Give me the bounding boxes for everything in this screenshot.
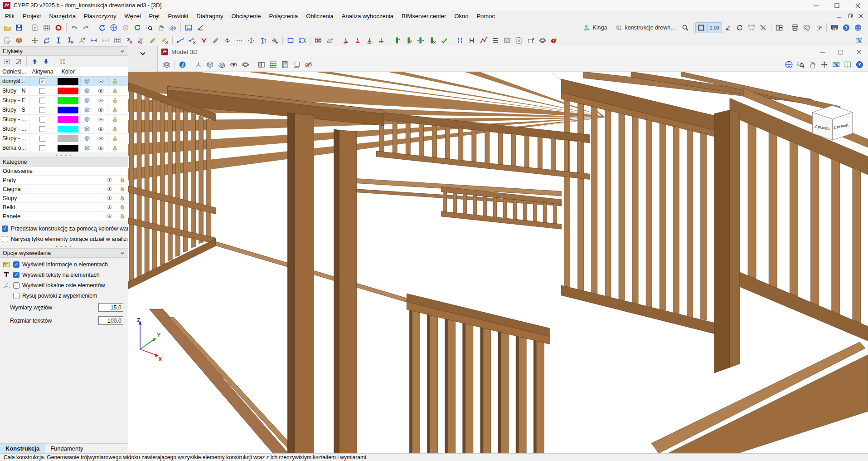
align-section-button[interactable] (257, 35, 269, 46)
delete-node-button[interactable] (123, 35, 135, 46)
view-direction-button[interactable] (228, 59, 239, 70)
visibility-eye-icon[interactable] (106, 204, 113, 211)
label-active-checkbox[interactable] (39, 126, 45, 132)
visibility-eye-icon[interactable] (106, 213, 113, 220)
full-view-button[interactable] (695, 22, 707, 33)
category-row[interactable]: Cięgna (0, 185, 128, 194)
new-panel-button[interactable] (285, 35, 296, 46)
open-project-button[interactable] (1, 22, 13, 33)
reference-book-button[interactable] (842, 59, 853, 70)
menu-item-bimserver.center[interactable]: BIMserver.center (398, 12, 450, 20)
label-color-swatch[interactable] (58, 78, 78, 85)
menu-item-pola-czenia[interactable]: Połączenia (265, 12, 302, 20)
label-color-swatch[interactable] (58, 145, 78, 152)
redo-button[interactable] (80, 22, 92, 33)
element-information-button[interactable]: i (176, 59, 188, 70)
tab-konstrukcja[interactable]: Konstrukcja (0, 444, 45, 453)
3d-viewport[interactable]: ZYXZ przoduZ prawej (128, 72, 868, 453)
auxiliary-line-button[interactable] (233, 35, 245, 46)
display-option-checkbox[interactable] (13, 282, 19, 289)
lock-icon[interactable] (112, 117, 118, 123)
lock-icon[interactable] (119, 186, 125, 192)
lock-icon[interactable] (112, 98, 118, 103)
cut-bar-button[interactable] (135, 35, 147, 46)
visibility-eye-icon[interactable] (106, 195, 113, 201)
draw-option-checkbox[interactable]: ✓ (2, 226, 8, 232)
cube-3d-icon[interactable] (84, 135, 90, 142)
child-close-icon[interactable] (856, 12, 866, 20)
plot-button[interactable] (801, 22, 813, 33)
adjust-bar-button[interactable] (245, 35, 257, 46)
delete-tie-button[interactable] (427, 35, 438, 46)
splitter-handle[interactable]: ● ● ● ● (0, 153, 128, 157)
support-pinned-button[interactable] (340, 35, 352, 46)
lock-icon[interactable] (119, 213, 125, 219)
project-chip[interactable]: konstrukcje drewn... (615, 24, 675, 31)
group-layers-button[interactable] (454, 35, 466, 46)
display-options-header[interactable]: Opcje wyświetlania (0, 248, 128, 258)
visibility-eye-icon[interactable] (97, 145, 104, 152)
label-row[interactable]: Słupy - S (0, 105, 128, 115)
label-color-swatch[interactable] (58, 126, 78, 132)
reference-dimension-button[interactable] (100, 35, 112, 46)
visibility-eye-icon[interactable] (97, 135, 104, 142)
display-option-checkbox[interactable]: ✓ (13, 272, 19, 278)
cube-3d-icon[interactable] (84, 116, 90, 123)
visibility-eye-icon[interactable] (97, 78, 104, 85)
check-elements-button[interactable] (438, 35, 450, 46)
import-dxf-button[interactable] (29, 22, 41, 33)
label-active-checkbox[interactable]: ✓ (39, 78, 45, 84)
layer-visibility-button[interactable] (160, 59, 172, 70)
delete-bar-button[interactable] (186, 35, 198, 46)
bar-section-button[interactable] (53, 35, 64, 46)
menu-item-pre-t[interactable]: Pręt (145, 12, 164, 20)
lock-icon[interactable] (112, 78, 118, 84)
menu-item-obcia-z-enie[interactable]: Obciążenie (228, 12, 265, 20)
lock-icon[interactable] (112, 88, 118, 94)
draw-bar-button[interactable] (147, 35, 159, 46)
lock-icon[interactable] (112, 145, 118, 151)
report-list-button[interactable] (513, 35, 525, 46)
hatch-areas-button[interactable] (501, 35, 513, 46)
support-fixed-button[interactable] (375, 35, 387, 46)
local-axes-view-button[interactable] (192, 59, 204, 70)
local-axes-button[interactable] (76, 35, 88, 46)
label-active-checkbox[interactable] (39, 145, 45, 151)
display-option-checkbox[interactable] (13, 293, 19, 299)
tab-fundamenty[interactable]: Fundamenty (45, 444, 88, 453)
label-row[interactable]: Belka o... (0, 143, 128, 153)
model3d-title-bar[interactable]: Model 3D (158, 46, 868, 58)
element-info-button[interactable] (1, 35, 13, 46)
child-minimize-icon[interactable] (834, 12, 844, 20)
pan-hand-button[interactable] (155, 22, 167, 33)
support-hinged-button[interactable] (352, 35, 364, 46)
category-row[interactable]: Pręty (0, 176, 128, 185)
window-layout-button[interactable] (773, 22, 785, 33)
rotate-node-button[interactable] (41, 35, 53, 46)
orbit-model-button[interactable] (216, 59, 228, 70)
cube-3d-icon[interactable] (84, 97, 90, 103)
splitter-handle[interactable]: ● ● ● ● (0, 244, 128, 248)
zoom-window-button[interactable] (143, 22, 155, 33)
steel-profile-button[interactable] (466, 35, 478, 46)
lock-icon[interactable] (119, 177, 125, 183)
visibility-eye-icon[interactable] (97, 116, 104, 123)
rotate-bar-button[interactable] (222, 35, 233, 46)
cube-3d-icon[interactable] (84, 145, 90, 151)
menu-item-analiza-wyboczenia[interactable]: Analiza wyboczenia (338, 12, 398, 20)
measure-angle-button[interactable] (194, 22, 206, 33)
chevron-down-icon[interactable] (139, 50, 146, 57)
support-roller-button[interactable] (364, 35, 375, 46)
view-cube[interactable]: Z przoduZ prawej (813, 105, 853, 140)
edit-label-button[interactable] (13, 57, 24, 66)
3d-viewport-scene[interactable]: ZYXZ przoduZ prawej (128, 72, 868, 453)
draw-option-checkbox[interactable] (2, 236, 8, 242)
label-row[interactable]: Słupy - E (0, 96, 128, 105)
field-input[interactable] (98, 316, 123, 325)
maximize-icon[interactable] (832, 46, 850, 58)
side-panel-button[interactable] (853, 35, 865, 46)
intermediate-node-button[interactable] (269, 35, 281, 46)
visibility-eye-icon[interactable] (97, 88, 104, 94)
label-row[interactable]: Słupy - ... (0, 124, 128, 134)
cube-3d-icon[interactable] (84, 126, 90, 132)
